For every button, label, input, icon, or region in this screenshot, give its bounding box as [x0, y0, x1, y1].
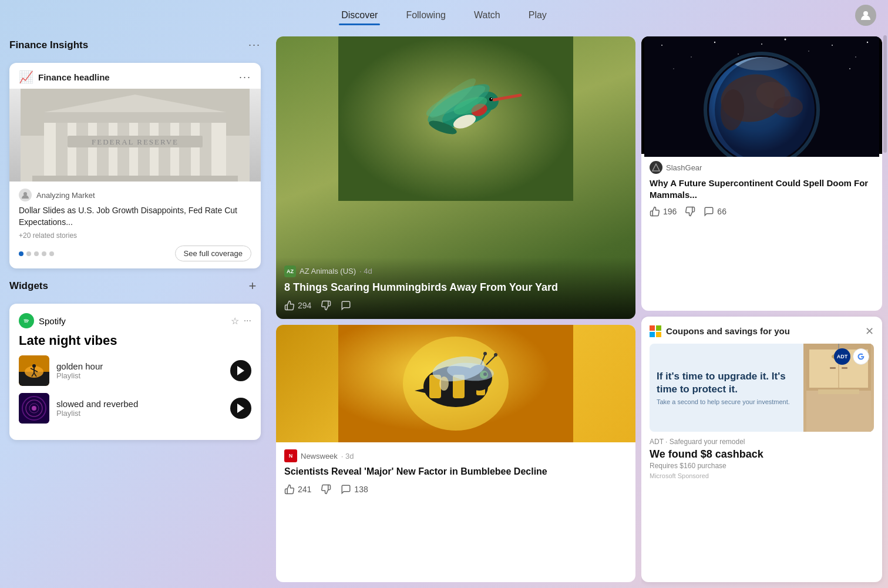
ms-logo-icon — [650, 325, 661, 337]
tab-discover[interactable]: Discover — [339, 6, 380, 24]
svg-rect-12 — [44, 112, 226, 123]
finance-card-more[interactable]: ··· — [239, 71, 251, 83]
planet-headline: Why A Future Supercontinent Could Spell … — [650, 177, 874, 201]
svg-rect-16 — [32, 176, 238, 182]
bumblebee-source: Newsweek — [301, 452, 338, 461]
svg-point-71 — [761, 43, 762, 45]
spotify-star-button[interactable]: ☆ — [231, 315, 239, 327]
hummingbird-card[interactable]: AZ AZ Animals (US) · 4d 8 Things Scaring… — [276, 36, 635, 319]
playlist-item-2: slowed and reverbed Playlist — [19, 393, 251, 424]
svg-rect-4 — [56, 118, 68, 182]
svg-point-70 — [738, 53, 739, 55]
right-panel: SlashGear Why A Future Supercontinent Co… — [641, 31, 888, 588]
bumblebee-comment[interactable]: 138 — [341, 484, 368, 495]
planet-dislike[interactable] — [685, 206, 695, 217]
svg-rect-5 — [76, 118, 88, 182]
coupons-title-row: Coupons and savings for you — [650, 325, 790, 337]
hummingbird-age: · 4d — [359, 267, 372, 275]
trend-icon: 📈 — [19, 70, 33, 84]
playlist-item-1: golden hour Playlist — [19, 355, 251, 386]
play-button-1[interactable] — [230, 360, 251, 381]
hummingbird-like-count: 294 — [298, 301, 311, 310]
finance-card[interactable]: 📈 Finance headline ··· — [9, 63, 261, 268]
main-layout: Finance Insights ··· 📈 Finance headline … — [0, 31, 888, 588]
coupon-ad-headline: If it's time to upgrade it. It's time to… — [657, 370, 796, 396]
svg-rect-10 — [179, 118, 191, 182]
svg-rect-11 — [200, 118, 211, 182]
cashback-req: Requires $160 purchase — [650, 462, 874, 470]
user-avatar[interactable] — [855, 5, 876, 26]
svg-rect-100 — [818, 389, 859, 394]
svg-point-22 — [32, 364, 36, 368]
spotify-actions: ☆ ··· — [231, 315, 251, 327]
feed-row-bottom: N Newsweek · 3d Scientists Reveal 'Major… — [276, 325, 635, 582]
scrollbar[interactable] — [883, 35, 887, 153]
play-button-2[interactable] — [230, 398, 251, 419]
cashback-headline: We found $8 cashback — [650, 448, 874, 461]
playlist-info-1: golden hour Playlist — [56, 361, 223, 380]
hummingbird-like[interactable]: 294 — [284, 300, 311, 311]
finance-section-header: Finance Insights ··· — [9, 36, 261, 53]
svg-rect-95 — [806, 391, 871, 432]
planet-comment-count: 66 — [717, 207, 726, 216]
playlist-track-1: golden hour — [56, 361, 223, 371]
coupon-logos: ADT — [834, 348, 869, 365]
dot-3 — [34, 251, 39, 256]
coupons-close-button[interactable]: ✕ — [865, 325, 874, 338]
planet-source: SlashGear — [666, 163, 702, 172]
planet-actions: 196 66 — [650, 206, 874, 217]
svg-rect-6 — [97, 118, 109, 182]
planet-comment[interactable]: 66 — [704, 206, 726, 217]
bumblebee-headline: Scientists Reveal 'Major' New Factor in … — [284, 466, 627, 478]
svg-point-33 — [32, 406, 36, 411]
hummingbird-source: AZ Animals (US) — [300, 267, 356, 275]
finance-card-header: 📈 Finance headline ··· — [9, 63, 261, 89]
hummingbird-source-row: AZ AZ Animals (US) · 4d — [284, 266, 627, 277]
tab-following[interactable]: Following — [403, 6, 448, 24]
dot-5 — [49, 251, 54, 256]
svg-point-65 — [439, 377, 449, 391]
planet-like[interactable]: 196 — [650, 206, 677, 217]
golden-hour-art — [19, 355, 49, 386]
svg-point-41 — [491, 98, 492, 99]
source-name: Analyzing Market — [36, 191, 95, 200]
hummingbird-dislike[interactable] — [321, 300, 331, 311]
see-coverage-button[interactable]: See full coverage — [175, 246, 251, 261]
slashgear-icon — [650, 161, 662, 174]
planet-card[interactable]: SlashGear Why A Future Supercontinent Co… — [641, 36, 882, 311]
svg-rect-7 — [117, 118, 129, 182]
dot-1 — [19, 251, 23, 256]
bumblebee-dislike[interactable] — [321, 484, 331, 495]
svg-point-75 — [855, 56, 856, 58]
google-logo — [853, 348, 869, 365]
dot-4 — [42, 251, 46, 256]
svg-point-72 — [785, 39, 786, 41]
hummingbird-comment[interactable] — [341, 300, 351, 311]
bumblebee-like[interactable]: 241 — [284, 484, 311, 495]
add-widget-button[interactable]: + — [244, 278, 261, 294]
bumblebee-comment-count: 138 — [354, 485, 368, 494]
svg-rect-99 — [842, 367, 847, 369]
playlist-type-2: Playlist — [56, 409, 223, 418]
feed-row-top: AZ AZ Animals (US) · 4d 8 Things Scaring… — [276, 36, 635, 319]
svg-rect-90 — [650, 325, 655, 331]
svg-rect-93 — [656, 332, 661, 337]
finance-card-body: Analyzing Market Dollar Slides as U.S. J… — [9, 182, 261, 268]
bumblebee-card[interactable]: N Newsweek · 3d Scientists Reveal 'Major… — [276, 325, 635, 582]
svg-point-60 — [483, 352, 487, 355]
svg-text:FEDERAL RESERVE: FEDERAL RESERVE — [92, 137, 179, 146]
svg-point-67 — [661, 45, 662, 46]
tab-watch[interactable]: Watch — [472, 6, 503, 24]
tab-play[interactable]: Play — [526, 6, 549, 24]
spotify-header: Spotify ☆ ··· — [19, 313, 251, 328]
coupon-ad-area: ADT If it's time to upgrade it. It's tim… — [650, 344, 874, 432]
finance-more-button[interactable]: ··· — [248, 39, 261, 51]
bumblebee-source-row: N Newsweek · 3d — [284, 449, 627, 462]
spotify-more-button[interactable]: ··· — [244, 315, 251, 327]
hummingbird-headline: 8 Things Scaring Hummingbirds Away From … — [284, 281, 627, 294]
svg-marker-28 — [237, 366, 244, 375]
finance-card-footer: See full coverage — [19, 246, 251, 261]
svg-point-77 — [673, 68, 674, 69]
svg-point-78 — [849, 68, 850, 69]
hummingbird-actions: 294 — [284, 300, 627, 311]
